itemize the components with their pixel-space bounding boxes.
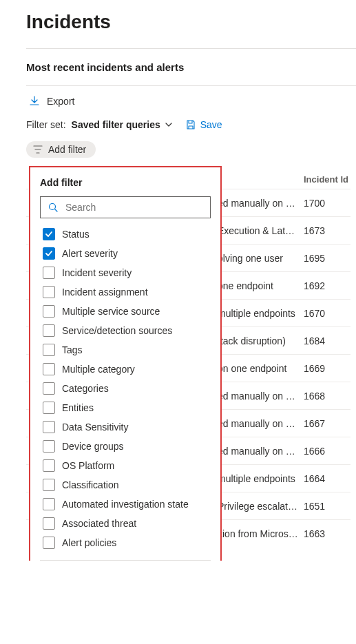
filter-option[interactable]: OS Platform [43,459,208,472]
section-title: Most recent incidents and alerts [26,61,356,73]
popup-title: Add filter [40,177,211,188]
filter-option-label: Data Sensitivity [62,422,128,433]
checkbox[interactable] [43,267,55,279]
add-filter-chip-label: Add filter [48,144,86,155]
checkbox[interactable] [43,421,55,433]
filter-option-label: Classification [62,479,118,490]
download-icon [29,96,40,107]
checkbox[interactable] [43,324,55,337]
chevron-down-icon [165,121,173,129]
filter-option-label: Incident assignment [62,287,148,298]
checkbox[interactable] [43,402,55,414]
search-icon [48,202,59,213]
checkbox[interactable] [43,344,55,356]
export-label: Export [47,96,74,107]
filter-option-label: Device groups [62,441,124,452]
filter-option-label: Associated threat [62,518,136,529]
filter-option[interactable]: Automated investigation state [43,498,208,510]
filter-option-label: OS Platform [62,460,114,471]
filter-option[interactable]: Associated threat [43,517,208,530]
checkbox-checked[interactable] [43,228,55,240]
checkbox[interactable] [43,459,55,472]
incident-id-cell: 1695 [304,253,350,264]
filter-option[interactable]: Device groups [43,440,208,453]
save-icon [185,119,196,130]
filter-option-label: Categories [62,383,109,394]
incident-id-cell: 1669 [304,363,350,374]
search-input-wrap[interactable] [40,196,211,218]
svg-point-0 [50,204,56,210]
incident-id-cell: 1666 [304,446,350,457]
add-filter-chip[interactable]: Add filter [26,141,96,158]
filter-option-label: Multiple category [62,364,135,375]
filter-option-label: Incident severity [62,267,132,278]
checkbox[interactable] [43,382,55,395]
incident-id-cell: 1664 [304,473,350,484]
column-header-incident-id[interactable]: Incident Id [304,174,350,185]
filter-option[interactable]: Tags [43,344,208,356]
filter-option[interactable]: Alert policies [43,537,208,549]
filter-option-label: Alert policies [62,537,116,548]
filter-option[interactable]: Multiple service source [43,305,208,318]
page-title: Incidents [26,11,356,33]
filter-option[interactable]: Categories [43,382,208,395]
filterset-dropdown[interactable]: Saved filter queries [72,119,173,130]
filter-option[interactable]: Data Sensitivity [43,421,208,433]
incident-id-cell: 1668 [304,391,350,402]
incident-id-cell: 1663 [304,528,350,539]
incident-id-cell: 1684 [304,335,350,346]
incident-id-cell: 1700 [304,198,350,209]
filter-option[interactable]: Entities [43,402,208,414]
filter-option-label: Tags [62,344,83,355]
filter-option-label: Service/detection sources [62,325,172,336]
filter-option-label: Multiple service source [62,306,160,317]
checkbox[interactable] [43,498,55,510]
filter-option[interactable]: Classification [43,479,208,491]
checkbox[interactable] [43,537,55,549]
checkbox[interactable] [43,305,55,318]
checkbox[interactable] [43,517,55,530]
checkbox-checked[interactable] [43,247,55,260]
save-button[interactable]: Save [185,119,222,130]
incident-id-cell: 1651 [304,501,350,512]
checkbox[interactable] [43,286,55,298]
filter-option[interactable]: Incident severity [43,267,208,279]
add-filter-popup: Add filter StatusAlert severityIncident … [29,166,222,561]
incident-id-cell: 1673 [304,225,350,236]
export-button[interactable]: Export [29,96,356,107]
checkbox[interactable] [43,363,55,375]
filterset-value: Saved filter queries [72,119,160,130]
incident-id-cell: 1692 [304,280,350,291]
filter-option[interactable]: Multiple category [43,363,208,375]
filter-option[interactable]: Status [43,228,208,240]
divider [26,48,356,49]
filter-option[interactable]: Alert severity [43,247,208,260]
checkbox[interactable] [43,440,55,453]
filterset-label: Filter set: [26,119,66,130]
filter-option-label: Alert severity [62,248,118,259]
filter-option[interactable]: Service/detection sources [43,324,208,337]
filter-option-label: Entities [62,402,94,413]
filter-option-label: Automated investigation state [62,499,189,510]
filter-icon [33,145,43,154]
filter-option-label: Status [62,229,90,240]
divider [26,85,356,86]
filter-option[interactable]: Incident assignment [43,286,208,298]
checkbox[interactable] [43,479,55,491]
search-input[interactable] [64,201,203,214]
incident-id-cell: 1667 [304,418,350,429]
incident-id-cell: 1670 [304,308,350,319]
save-label: Save [200,119,222,130]
